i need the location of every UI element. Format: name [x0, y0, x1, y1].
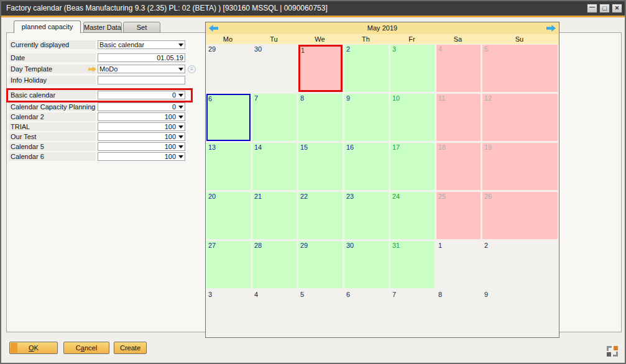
calendar-day-cell[interactable]: 1: [298, 45, 343, 92]
field-value: 0: [99, 92, 176, 99]
calendar-day-cell[interactable]: 15: [298, 143, 343, 190]
dropdown-caret-icon: [178, 43, 183, 47]
day-header: Su: [482, 34, 557, 44]
grip-square-dark: [607, 352, 611, 357]
form-row-currently-displayed: Currently displayed Basic calendar: [9, 40, 193, 49]
calendar-day-cell[interactable]: 8: [298, 94, 343, 141]
day-number: 3: [392, 45, 396, 53]
date-input[interactable]: 01.05.19: [98, 53, 185, 62]
day-number: 28: [254, 242, 262, 249]
calendar-day-cell[interactable]: 10: [390, 94, 435, 141]
maximize-button[interactable]: □: [599, 4, 610, 13]
calendar-day-cell[interactable]: 7: [390, 290, 435, 337]
field-value: 01.05.19: [99, 55, 183, 61]
calendar-day-cell[interactable]: 2: [482, 241, 558, 288]
resize-grip-icon[interactable]: [607, 346, 618, 357]
tab-master-data[interactable]: Master Data: [83, 22, 122, 33]
calendar-day-cell[interactable]: 17: [390, 143, 435, 190]
calendar-day-cell[interactable]: 5: [298, 290, 343, 337]
calendar-day-cell[interactable]: 31: [390, 241, 435, 288]
calendar-day-cell[interactable]: 6: [344, 290, 389, 337]
calendar-day-cell[interactable]: 9: [482, 290, 558, 337]
calendar-day-cell[interactable]: 22: [298, 192, 343, 239]
field-label: TRIAL: [9, 122, 96, 131]
day-number: 19: [484, 143, 492, 151]
close-button[interactable]: ✕: [612, 4, 622, 13]
dropdown-caret-icon: [178, 135, 183, 139]
ok-button[interactable]: OK: [9, 342, 58, 354]
day-number: 17: [392, 143, 400, 151]
title-bar[interactable]: Factory calendar (Beas Manufacturing 9.3…: [1, 1, 625, 16]
calendar-day-cell[interactable]: 3: [206, 290, 251, 337]
day-number: 27: [208, 242, 216, 249]
day-number: 29: [208, 45, 216, 53]
calendar-day-cell[interactable]: 13: [206, 143, 251, 190]
calendar-day-cell[interactable]: 7: [252, 94, 297, 141]
calendar-day-cell[interactable]: 4: [436, 45, 481, 92]
calendar-day-cell[interactable]: 30: [344, 241, 389, 288]
info-holiday-input[interactable]: [98, 76, 185, 84]
calendar-day-cell[interactable]: 14: [252, 143, 297, 190]
calendar-day-cell[interactable]: 5: [482, 45, 558, 92]
trial-select[interactable]: 100: [98, 122, 185, 131]
grip-square-orange: [614, 346, 618, 350]
dropdown-caret-icon: [178, 145, 183, 148]
day-number: 5: [484, 45, 488, 53]
calendar-6-select[interactable]: 100: [98, 152, 185, 161]
calendar-day-cell[interactable]: 11: [436, 94, 481, 141]
calendar-day-cell[interactable]: 18: [436, 143, 481, 190]
calendar-day-cell[interactable]: 24: [390, 192, 435, 239]
field-value: 100: [99, 153, 176, 160]
field-label: Calendar 2: [9, 112, 96, 121]
field-label: Info Holiday: [9, 76, 96, 84]
calendar-day-cell[interactable]: 3: [390, 45, 435, 92]
day-number: 1: [301, 47, 305, 54]
our-test-select[interactable]: 100: [98, 132, 185, 141]
field-value: 100: [99, 124, 176, 130]
currently-displayed-select[interactable]: Basic calendar: [98, 40, 185, 49]
calendar-day-cell[interactable]: 28: [252, 241, 297, 288]
calendar-day-cell[interactable]: 21: [252, 192, 297, 239]
grip-corner-bottom-right: [613, 352, 618, 357]
create-button[interactable]: Create: [114, 342, 147, 354]
day-number: 13: [208, 143, 216, 151]
calendar-5-select[interactable]: 100: [98, 142, 185, 151]
calendar-day-cell[interactable]: 8: [436, 290, 481, 337]
minimize-button[interactable]: —: [587, 4, 597, 13]
calendar-day-cell[interactable]: 30: [252, 45, 297, 92]
calendar-day-cell[interactable]: 1: [436, 241, 481, 288]
calendar-day-cell[interactable]: 16: [344, 143, 389, 190]
calendar-day-cell[interactable]: 9: [344, 94, 389, 141]
day-number: 23: [346, 193, 354, 200]
calendar-2-select[interactable]: 100: [98, 112, 185, 121]
cancel-button[interactable]: Cancel: [63, 342, 109, 354]
calendar-day-cell[interactable]: 26: [482, 192, 558, 239]
calendar-day-cell[interactable]: 29: [206, 45, 251, 92]
calendar-day-cell[interactable]: 19: [482, 143, 558, 190]
dropdown-caret-icon: [178, 116, 183, 119]
calendar-day-cell[interactable]: 4: [252, 290, 297, 337]
month-calendar: May 2019 MoTuWeThFrSaSu 2930123456789101…: [205, 22, 559, 338]
calendar-capacity-planning-select[interactable]: 0: [98, 102, 185, 111]
calendar-day-cell[interactable]: 27: [206, 241, 251, 288]
field-value: MoDo: [99, 66, 176, 73]
form-row-calendar-capacity-planning: Calendar Capacity Planning 0: [9, 102, 193, 111]
tab-set[interactable]: Set: [123, 22, 160, 33]
day-template-select[interactable]: MoDo ≡: [98, 65, 185, 73]
day-number: 22: [300, 193, 308, 200]
calendar-day-cell[interactable]: 2: [344, 45, 389, 92]
tab-planned-capacity[interactable]: planned capacity: [14, 20, 81, 33]
day-number: 6: [208, 95, 212, 102]
field-value: 100: [99, 143, 176, 150]
edit-list-circle-icon[interactable]: ≡: [188, 65, 196, 73]
calendar-day-cell[interactable]: 25: [436, 192, 481, 239]
day-number: 5: [300, 291, 304, 298]
calendar-day-cell[interactable]: 20: [206, 192, 251, 239]
calendar-day-cell[interactable]: 23: [344, 192, 389, 239]
calendar-day-cell[interactable]: 12: [482, 94, 558, 141]
basic-calendar-select[interactable]: 0: [98, 91, 185, 99]
calendar-day-cell[interactable]: 6: [206, 94, 251, 141]
day-number: 7: [254, 94, 258, 102]
calendar-day-cell[interactable]: 29: [298, 241, 343, 288]
day-number: 3: [208, 291, 212, 298]
